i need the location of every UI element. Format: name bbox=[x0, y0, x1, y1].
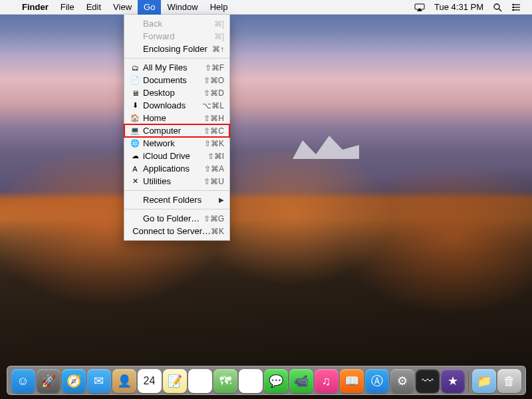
menu-item-shortcut: ⌥⌘L bbox=[202, 101, 224, 110]
menu-item-shortcut: ⇧⌘G bbox=[203, 214, 224, 223]
menu-item-icloud-drive[interactable]: ☁︎ iCloud Drive ⇧⌘I bbox=[124, 150, 229, 162]
menu-item-all-my-files[interactable]: 🗂 All My Files ⇧⌘F bbox=[124, 61, 229, 74]
menu-item-label: iCloud Drive bbox=[143, 151, 207, 161]
spotlight-icon[interactable] bbox=[488, 3, 507, 12]
menu-item-shortcut: ⇧⌘O bbox=[203, 76, 224, 85]
menu-item-recent-folders[interactable]: Recent Folders ▶ bbox=[124, 194, 229, 206]
dock-itunes[interactable]: ♫ bbox=[315, 369, 338, 393]
menu-item-label: Recent Folders bbox=[143, 195, 219, 205]
menu-item-shortcut: ⇧⌘I bbox=[207, 152, 224, 161]
menu-item-label: Utilities bbox=[143, 176, 203, 186]
applications-icon: A bbox=[130, 165, 140, 173]
menu-item-label: Forward bbox=[143, 31, 214, 41]
desktop-icon: 🖥 bbox=[130, 89, 140, 97]
dock-appstore[interactable]: Ⓐ bbox=[365, 369, 389, 393]
dock-contacts[interactable]: 👤 bbox=[112, 369, 136, 393]
menu-item-downloads[interactable]: ⬇︎ Downloads ⌥⌘L bbox=[124, 99, 229, 112]
dock-safari[interactable]: 🧭 bbox=[62, 369, 86, 393]
dock-mail[interactable]: ✉︎ bbox=[87, 369, 111, 393]
documents-icon: 📄 bbox=[130, 76, 140, 84]
menu-view[interactable]: View bbox=[107, 0, 138, 15]
wallpaper-snow bbox=[293, 136, 359, 159]
desktop-wallpaper bbox=[0, 0, 532, 399]
menu-item-shortcut: ⌘] bbox=[214, 32, 224, 41]
dock-reminders[interactable]: ☑︎ bbox=[188, 369, 212, 393]
menu-go[interactable]: Go bbox=[138, 0, 161, 15]
downloads-icon: ⬇︎ bbox=[130, 101, 140, 110]
dock-calendar[interactable]: 24 bbox=[138, 369, 162, 393]
svg-point-9 bbox=[513, 9, 514, 10]
all-my-files-icon: 🗂 bbox=[130, 64, 140, 72]
menu-item-label: Documents bbox=[143, 75, 203, 85]
menu-item-shortcut: ⇧⌘U bbox=[203, 177, 224, 186]
go-menu-dropdown: Back ⌘[ Forward ⌘] Enclosing Folder ⌘↑ 🗂… bbox=[124, 15, 230, 241]
icloud-icon: ☁︎ bbox=[130, 152, 140, 160]
menu-item-label: Home bbox=[143, 113, 203, 123]
menu-window[interactable]: Window bbox=[161, 0, 203, 15]
menu-item-shortcut: ⌘↑ bbox=[212, 45, 224, 54]
svg-line-3 bbox=[499, 9, 501, 11]
menu-item-label: Downloads bbox=[143, 100, 202, 110]
menubar: Finder File Edit View Go Window Help Tue… bbox=[0, 0, 532, 15]
menu-item-home[interactable]: 🏠 Home ⇧⌘H bbox=[124, 112, 229, 124]
svg-point-7 bbox=[513, 3, 514, 5]
dock-maps[interactable]: 🗺 bbox=[213, 369, 237, 393]
dock-photos[interactable]: ✿ bbox=[239, 369, 263, 393]
menu-item-applications[interactable]: A Applications ⇧⌘A bbox=[124, 162, 229, 175]
menu-item-computer[interactable]: 💻 Computer ⇧⌘C bbox=[124, 124, 229, 137]
menu-item-shortcut: ⇧⌘H bbox=[203, 114, 224, 123]
menu-separator bbox=[124, 209, 229, 209]
menu-item-label: Applications bbox=[143, 164, 204, 174]
menu-edit[interactable]: Edit bbox=[80, 0, 107, 15]
menu-item-desktop[interactable]: 🖥 Desktop ⇧⌘D bbox=[124, 86, 229, 99]
notification-center-icon[interactable] bbox=[507, 3, 525, 11]
dock-trash[interactable]: 🗑 bbox=[497, 369, 521, 393]
menu-item-forward: Forward ⌘] bbox=[124, 30, 229, 43]
menubar-clock[interactable]: Tue 4:31 PM bbox=[430, 2, 488, 12]
dock-system-preferences[interactable]: ⚙︎ bbox=[390, 369, 414, 393]
submenu-arrow-icon: ▶ bbox=[219, 196, 224, 203]
dock-facetime[interactable]: 📹 bbox=[289, 369, 313, 393]
menu-separator bbox=[124, 190, 229, 191]
menu-item-label: Network bbox=[143, 138, 204, 148]
menu-item-network[interactable]: 🌐 Network ⇧⌘K bbox=[124, 137, 229, 150]
menu-file[interactable]: File bbox=[55, 0, 80, 15]
dock: ☺ 🚀 🧭 ✉︎ 👤 24 📝 ☑︎ 🗺 ✿ 💬 📹 ♫ 📖 Ⓐ ⚙︎ 〰 ★ … bbox=[7, 366, 526, 395]
app-name[interactable]: Finder bbox=[16, 2, 55, 12]
dock-notes[interactable]: 📝 bbox=[163, 369, 187, 393]
menu-item-shortcut: ⇧⌘F bbox=[205, 63, 224, 72]
dock-downloads-folder[interactable]: 📁 bbox=[472, 369, 496, 393]
menu-item-enclosing-folder[interactable]: Enclosing Folder ⌘↑ bbox=[124, 43, 229, 55]
menu-item-go-to-folder[interactable]: Go to Folder… ⇧⌘G bbox=[124, 212, 229, 225]
wallpaper-mountains bbox=[0, 152, 532, 399]
dock-ibooks[interactable]: 📖 bbox=[340, 369, 364, 393]
menu-item-label: Go to Folder… bbox=[143, 213, 203, 223]
dock-finder[interactable]: ☺ bbox=[11, 369, 35, 393]
menu-item-shortcut: ⇧⌘C bbox=[203, 126, 224, 136]
svg-point-8 bbox=[513, 6, 514, 7]
menu-item-shortcut: ⇧⌘A bbox=[204, 164, 224, 174]
svg-point-2 bbox=[494, 4, 499, 9]
menu-item-label: Computer bbox=[143, 126, 203, 136]
home-icon: 🏠 bbox=[130, 114, 140, 122]
calendar-day: 24 bbox=[144, 376, 156, 386]
menu-item-connect-to-server[interactable]: Connect to Server… ⌘K bbox=[124, 225, 229, 237]
menu-item-label: All My Files bbox=[143, 63, 205, 72]
dock-activity-monitor[interactable]: 〰 bbox=[416, 369, 440, 393]
dock-launchpad[interactable]: 🚀 bbox=[37, 369, 61, 393]
menu-separator bbox=[124, 58, 229, 59]
menu-help[interactable]: Help bbox=[204, 0, 234, 15]
network-icon: 🌐 bbox=[130, 139, 140, 148]
menu-item-documents[interactable]: 📄 Documents ⇧⌘O bbox=[124, 74, 229, 86]
menu-item-label: Enclosing Folder bbox=[143, 44, 212, 54]
menu-item-back: Back ⌘[ bbox=[124, 17, 229, 30]
utilities-icon: ✕ bbox=[130, 177, 140, 186]
menu-item-utilities[interactable]: ✕ Utilities ⇧⌘U bbox=[124, 175, 229, 188]
dock-imovie[interactable]: ★ bbox=[441, 369, 465, 393]
menu-item-shortcut: ⌘[ bbox=[214, 19, 224, 29]
dock-messages[interactable]: 💬 bbox=[264, 369, 288, 393]
menu-item-label: Connect to Server… bbox=[132, 226, 211, 236]
menu-item-label: Desktop bbox=[143, 88, 203, 98]
computer-icon: 💻 bbox=[130, 126, 140, 135]
airplay-icon[interactable] bbox=[410, 3, 430, 11]
